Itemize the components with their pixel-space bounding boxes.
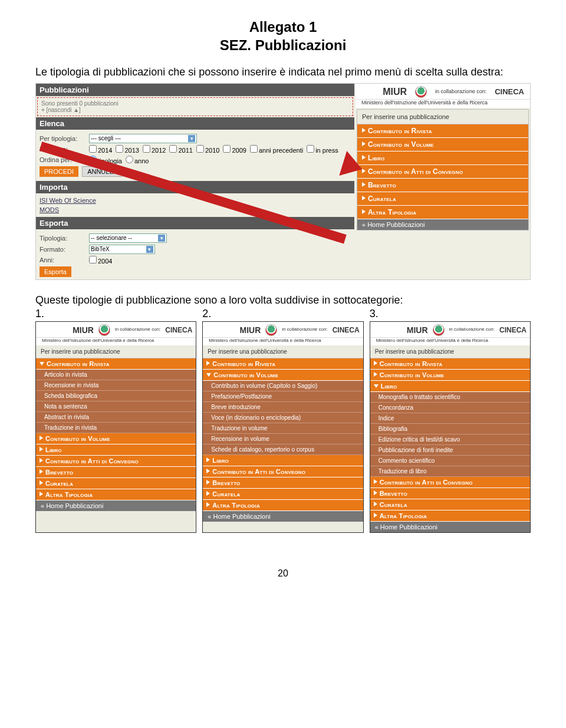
sub-item[interactable]: Prefazione/Postfazione — [203, 391, 363, 402]
sub-item[interactable]: Traduzione in rivista — [36, 423, 196, 433]
sub-item[interactable]: Monografia o trattato scientifico — [370, 392, 530, 403]
cat-item[interactable]: Contributo in Atti di Convegno — [203, 466, 363, 477]
cat-expanded[interactable]: Contributo in Rivista — [36, 358, 196, 370]
cat-item[interactable]: Brevetto — [370, 488, 530, 499]
cat-brevetto[interactable]: Brevetto — [357, 179, 528, 192]
select-formato[interactable]: BibTeX▾ — [89, 245, 155, 254]
main-screenshot: Pubblicazioni Sono presenti 0 pubblicazi… — [35, 83, 531, 280]
sub-item[interactable]: Abstract in rivista — [36, 412, 196, 423]
cat-libro[interactable]: Libro — [357, 151, 528, 165]
intro-text: Le tipologia di pubblicazioni che si pos… — [35, 65, 531, 79]
sub-item[interactable]: Traduzione di libro — [370, 466, 530, 477]
cat-item[interactable]: Contributo in Volume — [370, 370, 530, 381]
chk-precedenti[interactable]: anni precedenti — [250, 145, 303, 154]
cat-item[interactable]: Altra Tipologia — [370, 510, 530, 522]
collab-label: in collaborazione con: — [435, 89, 486, 95]
radio-anno[interactable]: anno — [126, 156, 149, 164]
gov-emblem-icon — [98, 324, 110, 336]
cat-item[interactable]: Brevetto — [203, 477, 363, 489]
chevron-down-icon: ▾ — [188, 135, 195, 142]
chevron-right-icon — [362, 141, 366, 146]
cat-item[interactable]: Altra Tipologia — [203, 500, 363, 511]
chevron-down-icon: ▾ — [146, 246, 153, 253]
esporta-header: Esporta — [36, 217, 354, 229]
sub-item[interactable]: Nota a sentenza — [36, 401, 196, 412]
back-link[interactable]: « Home Pubblicazioni — [357, 219, 528, 230]
cat-item[interactable]: Brevetto — [36, 467, 196, 478]
cat-item[interactable]: Contributo in Volume — [36, 433, 196, 444]
cat-item[interactable]: Curatela — [370, 499, 530, 510]
sub-item[interactable]: Indice — [370, 413, 530, 424]
select-tipologia-export[interactable]: -- selezionare --▾ — [89, 233, 167, 243]
back-link[interactable]: « Home Pubblicazioni — [203, 511, 363, 522]
chk-2013[interactable]: 2013 — [116, 145, 139, 154]
row-ordina: Ordina per: tipologia anno — [40, 156, 351, 164]
page-number: 20 — [35, 568, 531, 579]
sub-item[interactable]: Voce (in dizionario o enciclopedia) — [203, 413, 363, 423]
cat-item[interactable]: Altra Tipologia — [36, 489, 196, 500]
sub-item[interactable]: Schede di catalogo, repertorio o corpus — [203, 444, 363, 455]
miur-subtitle: Ministero dell'Istruzione dell'Universit… — [356, 100, 530, 108]
chk-2010[interactable]: 2010 — [196, 145, 219, 154]
esporta-button[interactable]: Esporta — [40, 266, 71, 277]
chk-2009[interactable]: 2009 — [223, 145, 246, 154]
sub-item[interactable]: Contributo in volume (Capitolo o Saggio) — [203, 381, 363, 391]
sub-item[interactable]: Recensione in volume — [203, 434, 363, 444]
sub-item[interactable]: Scheda bibliografica — [36, 391, 196, 401]
cat-item[interactable]: Contributo in Atti di Convegno — [370, 477, 530, 488]
pubblicazioni-header: Pubblicazioni — [36, 84, 354, 96]
col-label-3: 3. — [370, 308, 531, 320]
back-link[interactable]: « Home Pubblicazioni — [36, 500, 196, 511]
cat-expanded[interactable]: Contributo in Volume — [203, 370, 363, 381]
chevron-right-icon — [362, 155, 366, 160]
cat-altra[interactable]: Altra Tipologia — [357, 206, 528, 219]
cat-expanded[interactable]: Libro — [370, 381, 530, 392]
row-anno: Per anno: 2014 2013 2012 2011 2010 2009 … — [40, 145, 351, 154]
sub-item[interactable]: Recensione in rivista — [36, 380, 196, 391]
row-tipologia: Per tipologia: --- scegli --- ▾ — [40, 134, 351, 143]
link-mods[interactable]: MODS — [40, 206, 59, 213]
three-panels: MIURin collaborazione con:CINECA Ministe… — [35, 321, 531, 533]
panel-1: MIURin collaborazione con:CINECA Ministe… — [35, 321, 196, 533]
chk-2012[interactable]: 2012 — [143, 145, 166, 154]
cat-item[interactable]: Curatela — [203, 489, 363, 500]
elenca-header: Elenca — [36, 117, 354, 130]
chk-2014[interactable]: 2014 — [89, 145, 112, 154]
sub-item[interactable]: Concordanza — [370, 403, 530, 413]
annulla-button[interactable]: ANNULLA — [82, 166, 123, 177]
chevron-down-icon: ▾ — [158, 235, 165, 242]
panel-prompt: Per inserire una pubblicazione — [357, 110, 528, 124]
chk-2011[interactable]: 2011 — [169, 145, 192, 154]
cat-volume[interactable]: Contributo in Volume — [357, 138, 528, 151]
miur-logo: MIUR — [383, 87, 407, 97]
gov-emblem-icon — [415, 86, 427, 98]
panel-2: MIURin collaborazione con:CINECA Ministe… — [202, 321, 363, 533]
cat-item[interactable]: Curatela — [36, 478, 196, 489]
chevron-right-icon — [362, 196, 366, 200]
sub-item[interactable]: Breve introduzione — [203, 402, 363, 413]
cat-item[interactable]: Contributo in Rivista — [370, 358, 530, 370]
cat-item[interactable]: Libro — [36, 444, 196, 456]
sub-item[interactable]: Pubblicazione di fonti inedite — [370, 445, 530, 456]
link-isi[interactable]: ISI Web Of Science — [40, 197, 96, 204]
back-link[interactable]: « Home Pubblicazioni — [370, 522, 530, 532]
sub-item[interactable]: Articolo in rivista — [36, 370, 196, 380]
sub-item[interactable]: Traduzione in volume — [203, 423, 363, 434]
cat-item[interactable]: Contributo in Atti di Convegno — [36, 456, 196, 467]
sub-item[interactable]: Edizione critica di testi/di scavo — [370, 434, 530, 445]
cat-convegno[interactable]: Contributo in Atti di Convegno — [357, 165, 528, 179]
select-tipologia[interactable]: --- scegli --- ▾ — [89, 134, 197, 143]
page-title: Allegato 1 SEZ. Pubblicazioni — [35, 18, 531, 54]
cat-item[interactable]: Contributo in Rivista — [203, 358, 363, 370]
cat-item[interactable]: Libro — [203, 455, 363, 466]
col-label-1: 1. — [35, 308, 196, 320]
cat-rivista[interactable]: Contributo in Rivista — [357, 124, 528, 138]
sub-item[interactable]: Commento scientifico — [370, 456, 530, 466]
chk-inpress[interactable]: in press — [307, 145, 338, 154]
chk-2004[interactable]: 2004 — [89, 256, 112, 265]
procedi-button[interactable]: PROCEDI — [40, 166, 78, 177]
radio-tipologia[interactable]: tipologia — [89, 156, 122, 164]
chevron-right-icon — [362, 182, 366, 187]
sub-item[interactable]: Bibliografia — [370, 424, 530, 434]
cat-curatela[interactable]: Curatela — [357, 192, 528, 206]
